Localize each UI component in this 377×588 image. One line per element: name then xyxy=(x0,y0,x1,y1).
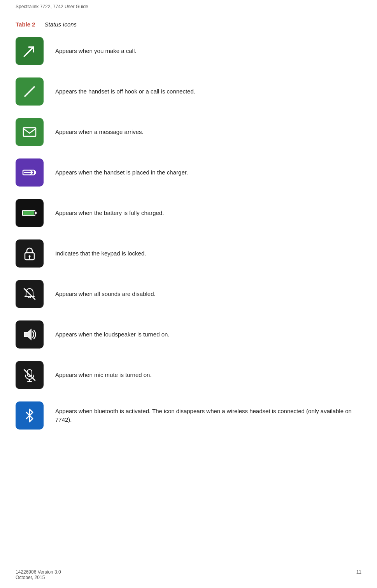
icon-description-sounds-disabled: Appears when all sounds are disabled. xyxy=(55,290,156,299)
svg-line-19 xyxy=(24,370,35,380)
icon-message xyxy=(16,118,44,146)
icon-battery-full xyxy=(16,199,44,227)
icon-row-off-hook: Appears the handset is off hook or a cal… xyxy=(16,77,361,106)
icon-bluetooth xyxy=(16,401,44,430)
table-description: Status Icons xyxy=(45,21,77,28)
content-area: Table 2 Status Icons Appears when you ma… xyxy=(0,9,377,465)
svg-rect-10 xyxy=(23,211,34,215)
page-footer: 14226906 Version 3.0 October, 2015 11 xyxy=(16,569,361,580)
svg-line-3 xyxy=(25,87,34,96)
footer-left: 14226906 Version 3.0 October, 2015 xyxy=(16,569,61,580)
icon-off-hook xyxy=(16,77,44,106)
svg-rect-4 xyxy=(23,128,36,136)
icon-row-keypad-locked: Indicates that the keypad is locked. xyxy=(16,239,361,268)
icon-mic-mute xyxy=(16,361,44,389)
icon-description-off-hook: Appears the handset is off hook or a cal… xyxy=(55,87,195,96)
icon-row-battery-full: Appears when the battery is fully charge… xyxy=(16,199,361,227)
svg-marker-15 xyxy=(24,329,31,340)
icon-row-message: Appears when a message arrives. xyxy=(16,118,361,146)
page-header: Spectralink 7722, 7742 User Guide xyxy=(0,0,377,9)
icon-row-charger: Appears when the handset is placed in th… xyxy=(16,158,361,187)
icon-description-outgoing-call: Appears when you make a call. xyxy=(55,47,136,56)
icon-description-bluetooth: Appears when bluetooth is activated. The… xyxy=(55,407,361,424)
icon-description-battery-full: Appears when the battery is fully charge… xyxy=(55,209,164,218)
icon-row-outgoing-call: Appears when you make a call. xyxy=(16,37,361,65)
icon-keypad-locked xyxy=(16,239,44,268)
icon-description-mic-mute: Appears when mic mute is turned on. xyxy=(55,371,152,380)
icon-loudspeaker xyxy=(16,320,44,349)
icon-sounds-disabled xyxy=(16,280,44,308)
icon-description-loudspeaker: Appears when the loudspeaker is turned o… xyxy=(55,330,170,339)
table-title: Table 2 Status Icons xyxy=(16,21,361,28)
icon-description-message: Appears when a message arrives. xyxy=(55,128,144,137)
icon-outgoing-call xyxy=(16,37,44,65)
svg-rect-9 xyxy=(35,212,37,214)
svg-line-2 xyxy=(24,53,27,56)
svg-rect-6 xyxy=(35,171,36,174)
icon-row-loudspeaker: Appears when the loudspeaker is turned o… xyxy=(16,320,361,349)
header-title: Spectralink 7722, 7742 User Guide xyxy=(16,4,88,9)
icon-description-keypad-locked: Indicates that the keypad is locked. xyxy=(55,249,146,258)
footer-right: 11 xyxy=(356,569,361,580)
icon-row-bluetooth: Appears when bluetooth is activated. The… xyxy=(16,401,361,430)
icon-row-mic-mute: Appears when mic mute is turned on. xyxy=(16,361,361,389)
icon-list: Appears when you make a call. Appears th… xyxy=(16,37,361,430)
icon-charger xyxy=(16,158,44,187)
icon-description-charger: Appears when the handset is placed in th… xyxy=(55,168,188,177)
table-label: Table 2 xyxy=(16,21,35,28)
icon-row-sounds-disabled: Appears when all sounds are disabled. xyxy=(16,280,361,308)
